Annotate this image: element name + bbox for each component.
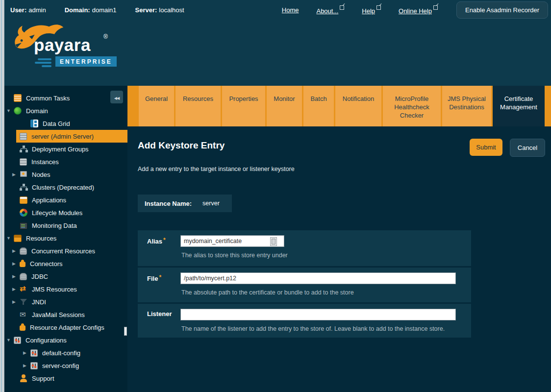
tab-jms-physical-destinations[interactable]: JMS Physical Destinations — [442, 86, 491, 126]
payara-logo: payara ® ENTERPRISE — [11, 23, 124, 74]
alias-field-row: Alias* The alias to store this store ent… — [138, 230, 471, 266]
expander-open-icon[interactable] — [6, 338, 14, 343]
collapse-sidebar-button[interactable] — [110, 91, 123, 103]
sidebar-item-jdbc[interactable]: JDBC — [4, 270, 127, 283]
tab-microprofile-healthcheck-checker[interactable]: MicroProfile Healthcheck Checker — [383, 86, 441, 126]
connector-puzzle-icon — [20, 325, 25, 331]
content-pane: Add Keystore Entry Submit Cancel Add a n… — [127, 126, 551, 392]
sliders-icon — [30, 349, 38, 357]
help-link[interactable]: Help — [362, 5, 381, 15]
sidebar-item-concurrent-resources[interactable]: Concurrent Resources — [4, 245, 127, 257]
connector-puzzle-icon — [20, 262, 25, 267]
tab-notification[interactable]: Notification — [335, 86, 381, 126]
file-field-row: File* The absolute path to the certifica… — [138, 268, 471, 302]
sidebar: Common Tasks Domain Data Grid server (Ad… — [4, 86, 127, 392]
domain-value: domain1 — [92, 6, 117, 14]
expander-open-icon[interactable] — [6, 236, 14, 241]
tab-batch[interactable]: Batch — [303, 86, 334, 126]
expander-closed-icon[interactable] — [12, 299, 20, 304]
funnel-icon — [20, 298, 27, 306]
sidebar-scrollbar-thumb[interactable] — [124, 327, 127, 336]
file-input[interactable] — [180, 272, 456, 284]
header-bar: User:admin Domain:domain1 Server:localho… — [4, 0, 551, 20]
tab-general[interactable]: General — [139, 86, 174, 126]
sidebar-item-deployment-groups[interactable]: Deployment Groups — [4, 143, 127, 155]
tab-bar: General Resources Properties Monitor Bat… — [127, 86, 551, 126]
header-links: Home About... Help Online Help — [282, 5, 438, 15]
required-asterisk: * — [163, 237, 166, 244]
expander-closed-icon[interactable] — [23, 363, 30, 368]
cancel-button[interactable]: Cancel — [510, 139, 545, 157]
instance-name-label: Instance Name: — [145, 200, 192, 207]
sidebar-item-default-config[interactable]: default-config — [4, 346, 127, 359]
server-label: Server: — [135, 6, 157, 14]
listener-help-text: The name of the listener to add the entr… — [181, 325, 445, 332]
instance-name-value: server — [202, 200, 220, 207]
server-value: localhost — [159, 6, 184, 14]
sidebar-item-instances[interactable]: Instances — [4, 155, 127, 168]
page-subtitle: Add a new entry to the target instance o… — [138, 166, 295, 172]
sidebar-item-resource-adapter-configs[interactable]: Resource Adapter Configs — [4, 321, 127, 334]
tab-resources[interactable]: Resources — [175, 86, 221, 126]
arrows-icon — [20, 285, 27, 293]
server-icon — [20, 133, 27, 140]
enable-asadmin-recorder-button[interactable]: Enable Asadmin Recorder — [456, 1, 548, 19]
sidebar-item-configurations[interactable]: Configurations — [4, 334, 127, 346]
sidebar-item-javamail-sessions[interactable]: JavaMail Sessions — [4, 308, 127, 321]
sidebar-item-jms-resources[interactable]: JMS Resources — [4, 283, 127, 295]
sidebar-item-lifecycle-modules[interactable]: Lifecycle Modules — [4, 206, 127, 219]
external-link-icon — [376, 5, 381, 10]
lifecycle-icon — [20, 209, 27, 217]
mail-icon — [20, 311, 27, 318]
expander-closed-icon[interactable] — [12, 274, 20, 279]
alias-help-text: The alias to store this store entry unde… — [181, 252, 288, 259]
external-link-icon — [340, 5, 344, 10]
expander-closed-icon[interactable] — [23, 350, 30, 355]
sidebar-item-clusters[interactable]: Clusters (Deprecated) — [4, 181, 127, 194]
file-label: File* — [147, 274, 161, 282]
sidebar-item-monitoring-data[interactable]: Monitoring Data — [4, 219, 127, 232]
sidebar-item-server[interactable]: server (Admin Server) — [4, 130, 127, 143]
sidebar-item-server-config[interactable]: server-config — [4, 359, 127, 372]
home-link[interactable]: Home — [282, 6, 299, 14]
sidebar-item-domain[interactable]: Domain — [4, 104, 127, 117]
expander-open-icon[interactable] — [6, 108, 14, 113]
expander-closed-icon[interactable] — [12, 248, 20, 253]
instance-name-panel: Instance Name: server — [138, 195, 232, 212]
sliders-icon — [14, 337, 21, 344]
sidebar-item-resources[interactable]: Resources — [4, 232, 127, 245]
expander-closed-icon[interactable] — [12, 261, 20, 266]
expander-closed-icon[interactable] — [12, 287, 20, 292]
server-info: Server:localhost — [135, 6, 184, 14]
tasks-icon — [14, 94, 22, 102]
top-banner: User:admin Domain:domain1 Server:localho… — [4, 0, 551, 86]
sidebar-item-common-tasks[interactable]: Common Tasks — [4, 92, 127, 104]
sidebar-item-applications[interactable]: Applications — [4, 194, 127, 206]
submit-button[interactable]: Submit — [470, 139, 502, 156]
tab-properties[interactable]: Properties — [222, 86, 265, 126]
domain-info: Domain:domain1 — [65, 6, 117, 14]
user-value: admin — [28, 6, 46, 14]
tab-monitor[interactable]: Monitor — [267, 86, 302, 126]
sidebar-item-nodes[interactable]: Nodes — [4, 168, 127, 181]
browser-scrollbar[interactable] — [0, 0, 4, 392]
listener-label: Listener — [147, 310, 172, 318]
sidebar-item-connectors[interactable]: Connectors — [4, 257, 127, 270]
listener-input[interactable] — [180, 309, 456, 320]
sliders-icon — [30, 362, 38, 369]
external-link-icon — [433, 5, 438, 10]
alias-input[interactable] — [180, 235, 284, 247]
online-help-link[interactable]: Online Help — [399, 5, 438, 15]
datagrid-icon — [30, 120, 38, 127]
page-title: Add Keystore Entry — [138, 140, 225, 151]
tab-certificate-management[interactable]: Certificate Management — [493, 86, 545, 126]
sidebar-item-data-grid[interactable]: Data Grid — [4, 117, 127, 130]
database-icon — [20, 247, 27, 255]
expander-closed-icon[interactable] — [12, 172, 20, 177]
about-link[interactable]: About... — [316, 5, 344, 15]
sidebar-item-support[interactable]: Support — [4, 372, 127, 385]
sidebar-item-jndi[interactable]: JNDI — [4, 295, 127, 308]
monitor-icon — [20, 171, 27, 178]
autofill-indicator-icon[interactable] — [270, 237, 277, 246]
server-icon — [20, 158, 27, 166]
